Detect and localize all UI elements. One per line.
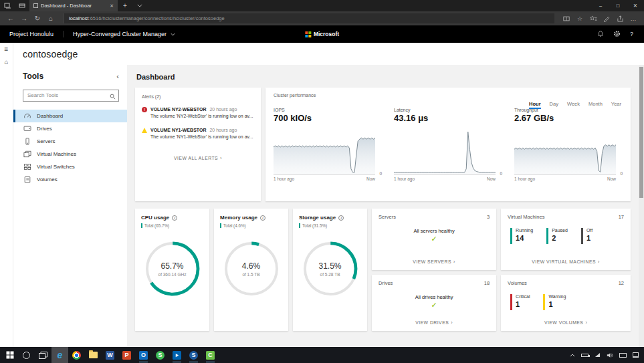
start-button[interactable] (1, 347, 18, 363)
connection-header: contosoedge (13, 43, 644, 65)
virtual-machines-icon (23, 150, 31, 158)
url-host: localhost (69, 15, 89, 21)
critical-alert-icon: ! (142, 107, 147, 112)
stat-bar (510, 228, 512, 244)
window-close-button[interactable]: ✕ (627, 0, 644, 11)
search-tools-input[interactable] (23, 90, 119, 102)
battery-icon[interactable] (581, 354, 588, 357)
settings-gear-icon[interactable] (613, 30, 621, 39)
view-drives-link[interactable]: VIEW DRIVES› (372, 320, 496, 325)
chevron-right-icon: › (453, 259, 455, 264)
volumes-card: Volumes 12 Critical 1 (501, 275, 631, 331)
touch-keyboard-icon[interactable] (619, 353, 627, 358)
scrollbar-thumb[interactable] (639, 67, 643, 198)
view-virtual-machines-link[interactable]: VIEW VIRTUAL MACHINES› (501, 259, 631, 264)
outlook-icon[interactable]: O (135, 347, 152, 363)
window-minimize-button[interactable]: – (592, 0, 609, 11)
browser-toolbar: ← → ↻ ⌂ localhost:6516/hciclustermanager… (0, 11, 644, 25)
tab-list-chevron-icon[interactable] (132, 0, 147, 11)
home-button[interactable]: ⌂ (44, 11, 58, 25)
address-bar[interactable]: localhost:6516/hciclustermanager/connect… (63, 13, 554, 23)
tab-year[interactable]: Year (611, 101, 621, 109)
help-icon[interactable]: ? (630, 31, 633, 37)
more-options-icon[interactable]: … (627, 11, 640, 25)
page-title: Dashboard (136, 73, 631, 81)
warning-alert-icon (142, 128, 147, 133)
tab-hour[interactable]: Hour (529, 101, 541, 109)
microsoft-brand-name: Microsoft (314, 31, 339, 37)
notifications-bell-icon[interactable] (597, 30, 604, 39)
web-note-pen-icon[interactable] (600, 11, 613, 25)
info-icon[interactable]: i (260, 215, 265, 221)
vm-running-stat: Running 14 (510, 228, 533, 244)
edge-icon[interactable]: e (51, 347, 68, 363)
sidebar-item-virtual-switches[interactable]: Virtual Switches (13, 160, 127, 173)
volumes-icon (23, 176, 31, 183)
powerpoint-icon[interactable]: P (118, 347, 135, 363)
set-tabs-aside-icon[interactable] (0, 0, 15, 11)
virtual-switches-icon (23, 163, 31, 170)
refresh-button[interactable]: ↻ (31, 11, 44, 25)
stat-bar (546, 228, 548, 244)
alert-time: 20 hours ago (209, 128, 237, 132)
throughput-metric: Throughput 2.67 GB/s 0 1 hour ago Now (514, 108, 623, 181)
sidebar-item-drives[interactable]: Drives (13, 122, 127, 135)
stat-bar (543, 294, 545, 310)
microsoft-logo-icon (305, 31, 311, 37)
throughput-line-chart (514, 128, 616, 175)
reading-view-icon[interactable] (560, 11, 573, 25)
stat-bar (510, 294, 512, 310)
tab-day[interactable]: Day (550, 101, 558, 109)
snagit-icon[interactable]: S (185, 347, 202, 363)
microsoft-brand: Microsoft (305, 31, 339, 37)
back-button[interactable]: ← (4, 11, 17, 25)
iops-line-chart (274, 128, 375, 175)
tab-week[interactable]: Week (567, 101, 580, 109)
chrome-icon[interactable] (68, 347, 85, 363)
tray-chevron-up-icon[interactable] (570, 354, 575, 357)
word-icon[interactable]: W (102, 347, 118, 363)
sidebar-item-servers[interactable]: Servers (13, 135, 127, 148)
servers-card: Servers 3 All servers healthy ✓ VIEW SER… (372, 209, 496, 270)
view-all-alerts-link[interactable]: VIEW ALL ALERTS› (142, 156, 254, 160)
action-center-icon[interactable] (633, 352, 639, 358)
volume-icon[interactable] (607, 352, 613, 358)
window-maximize-button[interactable]: □ (609, 0, 627, 11)
favorites-star-icon[interactable]: ☆ (573, 11, 586, 25)
browser-tab[interactable]: Dashboard - Dashboar ✕ (29, 0, 118, 11)
skype-icon[interactable]: S (152, 347, 169, 363)
product-name: Project Honolulu (0, 31, 63, 37)
info-icon[interactable]: i (172, 215, 177, 221)
solution-dropdown[interactable]: Hyper-Converged Cluster Manager (63, 31, 185, 37)
chevron-right-icon: › (585, 320, 587, 325)
tab-close-icon[interactable]: ✕ (110, 3, 114, 9)
view-servers-link[interactable]: VIEW SERVERS› (372, 259, 496, 264)
sidebar-item-virtual-machines[interactable]: Virtual Machines (13, 148, 127, 160)
alert-row[interactable]: ! VOLUME NY2-WEBSTOR 20 hours ago The vo… (142, 106, 254, 120)
hub-icon[interactable] (586, 11, 600, 25)
tab-month[interactable]: Month (588, 101, 603, 109)
info-icon[interactable]: i (338, 215, 344, 221)
volumes-critical-stat: Critical 1 (510, 294, 530, 310)
file-explorer-icon[interactable] (85, 347, 102, 363)
collapse-sidebar-icon[interactable]: ‹ (116, 72, 119, 80)
forward-button[interactable]: → (17, 11, 31, 25)
volumes-count: 12 (619, 280, 624, 286)
tab-preview-icon[interactable] (15, 0, 29, 11)
global-menu-hamburger-icon[interactable]: ≡ (5, 46, 9, 53)
new-tab-button[interactable]: + (118, 0, 132, 11)
view-volumes-link[interactable]: VIEW VOLUMES› (501, 320, 631, 325)
cortana-icon[interactable] (18, 347, 35, 363)
alert-name: VOLUME NY1-WEBSTOR (150, 128, 207, 132)
camtasia-icon[interactable]: C (202, 347, 219, 363)
task-view-icon[interactable] (35, 347, 51, 363)
network-icon[interactable] (595, 352, 601, 358)
movies-tv-icon[interactable] (169, 347, 185, 363)
sidebar-item-volumes[interactable]: Volumes (13, 173, 127, 186)
vertical-scrollbar[interactable] (639, 65, 644, 347)
sidebar-item-dashboard[interactable]: Dashboard (13, 110, 127, 122)
share-icon[interactable] (613, 11, 627, 25)
chevron-down-icon (171, 33, 175, 36)
alert-row[interactable]: VOLUME NY1-WEBSTOR 20 hours ago The volu… (142, 127, 254, 140)
connections-home-icon[interactable]: ⌂ (4, 59, 8, 66)
